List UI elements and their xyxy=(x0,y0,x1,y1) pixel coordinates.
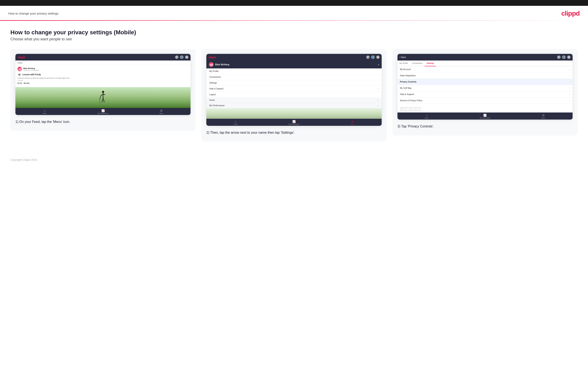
settings-icon[interactable]: ⚙ xyxy=(185,56,189,59)
phone-bottom-nav-2: ⌂ Home 📈 My Performance ✕ Menu xyxy=(206,119,381,126)
menu-item-connections[interactable]: Connections xyxy=(206,74,381,80)
search-icon-2[interactable]: 🔍 xyxy=(366,56,370,59)
settings-item-label: My Golf Bag xyxy=(400,87,411,89)
chart-icon-3: 📈 xyxy=(483,114,487,117)
step-card-1: clippd 🔍 👤 ⚙ Feed BM Blair McHarg xyxy=(10,49,196,131)
feed-lesson-row: 📹 Lesson with Fordy xyxy=(17,73,189,76)
chevron-right-icon: › xyxy=(570,68,570,70)
svg-line-6 xyxy=(103,98,104,102)
nav-home-3[interactable]: ⌂ Home xyxy=(398,114,456,119)
search-icon-3[interactable]: 🔍 xyxy=(557,56,561,59)
svg-line-3 xyxy=(100,96,101,100)
settings-icon-2[interactable]: ⚙ xyxy=(376,56,380,59)
settings-item-my-account[interactable]: My Account › xyxy=(398,66,573,73)
back-button[interactable]: < Back xyxy=(399,56,406,58)
user-icon[interactable]: 👤 xyxy=(180,56,183,59)
footer: Copyright Clippd 2022 xyxy=(0,154,588,166)
nav-menu-label-3: Menu xyxy=(542,117,545,119)
settings-back-bar: < Back 🔍 👤 ⚙ xyxy=(398,54,573,60)
phone-icons-2: 🔍 👤 ⚙ xyxy=(366,56,380,59)
golfer-svg xyxy=(99,90,107,105)
feed-meta: Yesterday · Sunningdale xyxy=(23,69,39,71)
settings-icon-3[interactable]: ⚙ xyxy=(567,56,571,59)
menu-section-performance[interactable]: My Performance ∨ xyxy=(206,103,381,108)
page-heading: How to change your privacy settings (Mob… xyxy=(10,29,578,36)
menu-chevron-icon[interactable]: ∧ xyxy=(378,63,379,66)
nav-performance-label-3: My Performance xyxy=(480,117,490,119)
golf-image-1 xyxy=(15,87,190,108)
nav-home-label-3: Home xyxy=(425,117,429,119)
external-link-icon-2: ↗ xyxy=(569,93,570,95)
search-icon[interactable]: 🔍 xyxy=(175,56,178,59)
tab-settings[interactable]: Settings xyxy=(424,60,436,66)
nav-performance-label-1: My Performance xyxy=(98,113,108,114)
version-line-1: Clippd Client Version: 2022.8.3-3 xyxy=(400,107,570,109)
user-icon-2[interactable]: 👤 xyxy=(371,56,375,59)
menu-item-label: My Profile xyxy=(209,70,218,72)
svg-line-7 xyxy=(99,100,100,103)
menu-overlay: My Profile Connections Settings Help & S… xyxy=(206,68,381,119)
nav-performance-2[interactable]: 📈 My Performance xyxy=(265,120,323,125)
settings-item-service-privacy[interactable]: Service & Privacy Policy ↗ xyxy=(398,98,573,104)
nav-home-2[interactable]: ⌂ Home xyxy=(206,120,265,125)
lesson-icon: 📹 xyxy=(17,73,21,76)
tab-my-profile[interactable]: My Profile xyxy=(398,60,410,66)
feed-post: BM Blair McHarg Yesterday · Sunningdale … xyxy=(15,65,190,87)
phone-icons-1: 🔍 👤 ⚙ xyxy=(175,56,189,59)
menu-icon-3: ☰ xyxy=(542,114,545,117)
chevron-right-icon-4: › xyxy=(570,87,570,89)
nav-menu-label-1: Menu xyxy=(159,113,163,114)
phone-mockup-3: < Back 🔍 👤 ⚙ My Profile Connections Sett… xyxy=(398,54,573,120)
settings-item-privacy-controls[interactable]: Privacy Controls › xyxy=(398,79,573,85)
nav-menu-3[interactable]: ☰ Menu xyxy=(514,114,573,119)
chart-icon: 📈 xyxy=(101,109,105,112)
home-icon: ⌂ xyxy=(44,109,45,112)
menu-item-label: Help & Support xyxy=(209,88,223,90)
menu-username: Blair McHarg xyxy=(215,63,229,66)
menu-item-logout[interactable]: Logout xyxy=(206,92,381,98)
step-description-2: 2) Then, tap the arrow next to your name… xyxy=(206,130,295,135)
copyright-text: Copyright Clippd 2022 xyxy=(10,158,37,161)
user-icon-3[interactable]: 👤 xyxy=(562,56,565,59)
header-title: How to change your privacy settings xyxy=(8,12,59,15)
phone-top-bar-2: clippd 🔍 👤 ⚙ xyxy=(206,54,381,60)
step-description-1: 1) On your Feed, tap the 'Menu' icon. xyxy=(15,120,70,124)
settings-item-label: Service & Privacy Policy xyxy=(400,99,423,102)
nav-performance-1[interactable]: 📈 My Performance xyxy=(74,109,132,114)
settings-item-data-integrations[interactable]: Data Integrations › xyxy=(398,73,573,79)
settings-item-label: Privacy Controls xyxy=(400,81,416,83)
menu-item-settings[interactable]: Settings xyxy=(206,80,381,86)
menu-section-home[interactable]: Home ∨ xyxy=(206,98,381,103)
phone-bottom-nav-3: ⌂ Home 📈 My Performance ☰ Menu xyxy=(398,112,573,120)
phone-mockup-1: clippd 🔍 👤 ⚙ Feed BM Blair McHarg xyxy=(15,54,190,115)
feed-label: Feed xyxy=(15,60,190,65)
step-card-2: clippd 🔍 👤 ⚙ BM Blair McHarg ∧ xyxy=(201,49,386,142)
tab-connections[interactable]: Connections xyxy=(410,60,424,66)
phone-icons-3: 🔍 👤 ⚙ xyxy=(557,56,571,59)
chevron-right-icon-3: › xyxy=(570,81,570,83)
step-card-3: < Back 🔍 👤 ⚙ My Profile Connections Sett… xyxy=(392,49,578,136)
nav-menu-2[interactable]: ✕ Menu xyxy=(323,120,381,125)
menu-item-label: Connections xyxy=(209,76,221,78)
chevron-down-icon-2: ∨ xyxy=(377,105,379,107)
feed-duration-label: Duration xyxy=(17,80,189,81)
menu-item-my-profile[interactable]: My Profile xyxy=(206,68,381,74)
main-content: How to change your privacy settings (Mob… xyxy=(0,21,588,154)
settings-item-golf-bag[interactable]: My Golf Bag › xyxy=(398,85,573,91)
nav-performance-3[interactable]: 📈 My Performance xyxy=(456,114,514,119)
menu-user-left: BM Blair McHarg xyxy=(209,62,229,67)
menu-icon: ☰ xyxy=(160,109,163,112)
settings-item-label: Help & Support xyxy=(400,93,414,95)
feed-desc: Looking to feel like my hands are exitin… xyxy=(17,77,189,79)
nav-menu-1[interactable]: ☰ Menu xyxy=(132,109,190,114)
nav-menu-label-2: Menu xyxy=(351,124,355,125)
menu-item-help[interactable]: Help & Support ↗ xyxy=(206,86,381,92)
phone-mockup-2: clippd 🔍 👤 ⚙ BM Blair McHarg ∧ xyxy=(206,54,381,126)
chevron-right-icon-2: › xyxy=(570,75,570,77)
phone-top-bar-1: clippd 🔍 👤 ⚙ xyxy=(15,54,190,60)
nav-home-1[interactable]: ⌂ Home xyxy=(15,109,74,114)
settings-version: Clippd Client Version: 2022.8.3-3 SQL Se… xyxy=(398,104,573,112)
settings-item-help-support[interactable]: Help & Support ↗ xyxy=(398,91,573,98)
menu-section-label: Home xyxy=(209,99,215,101)
svg-point-0 xyxy=(102,91,104,93)
